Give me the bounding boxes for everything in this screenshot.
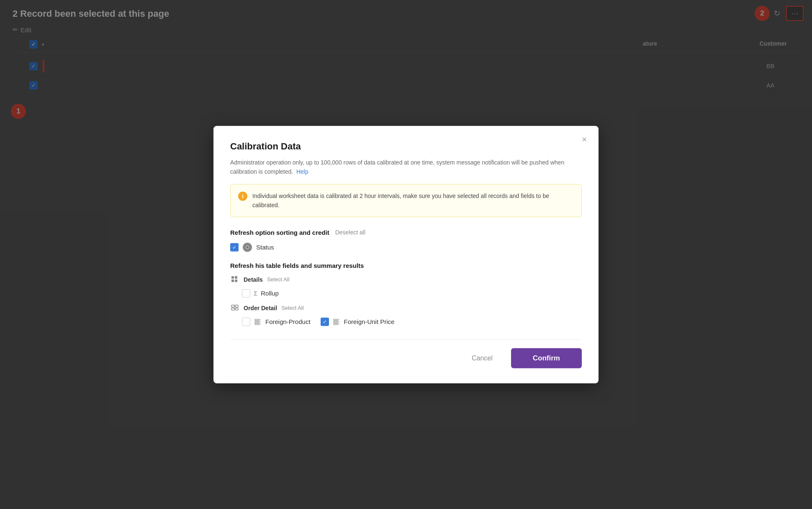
svg-rect-12	[255, 319, 259, 320]
foreign-unit-price-icon	[332, 317, 341, 326]
svg-rect-6	[231, 305, 234, 307]
svg-rect-22	[334, 323, 338, 324]
foreign-product-icon	[254, 317, 262, 326]
status-label: Status	[256, 244, 274, 251]
section2: Refresh his table fields and summary res…	[230, 262, 582, 326]
details-header: Details Select All	[230, 275, 582, 284]
svg-rect-4	[231, 279, 234, 282]
order-detail-header: Order Detail Select All	[230, 303, 582, 312]
foreign-product-label: Foreign-Product	[265, 318, 311, 325]
info-box: i Individual worksheet data is calibrate…	[230, 184, 582, 217]
rollup-checkbox[interactable]	[242, 289, 250, 297]
order-detail-title: Order Detail	[244, 304, 277, 311]
foreign-unit-price-label: Foreign-Unit Price	[344, 318, 395, 325]
link-icon	[230, 303, 239, 312]
rollup-field-item: Σ Rollup	[242, 289, 279, 297]
svg-rect-14	[255, 321, 259, 322]
sigma-icon: Σ	[254, 290, 257, 297]
status-circle-icon	[243, 242, 252, 252]
foreign-unit-price-field: ✓ Foreign-Unit Price	[321, 317, 395, 326]
grid-icon	[230, 275, 239, 284]
help-link[interactable]: Help	[296, 168, 308, 175]
close-button[interactable]: ×	[578, 134, 590, 145]
rollup-label: Rollup	[261, 290, 279, 297]
deselect-all-button[interactable]: Deselect all	[335, 229, 365, 236]
status-checkbox[interactable]: ✓	[230, 243, 239, 251]
foreign-product-checkbox[interactable]	[242, 317, 250, 326]
foreign-unit-price-checkbox[interactable]: ✓	[321, 317, 329, 326]
modal-footer: Cancel Confirm	[230, 339, 582, 368]
order-detail-subsection: Order Detail Select All	[230, 303, 582, 326]
confirm-button[interactable]: Confirm	[511, 348, 582, 368]
svg-rect-18	[334, 319, 338, 320]
svg-point-1	[247, 246, 248, 248]
svg-rect-7	[231, 308, 234, 310]
details-title: Details	[244, 276, 263, 283]
modal-title: Calibration Data	[230, 141, 582, 152]
details-subsection: Details Select All Σ Rollup	[230, 275, 582, 297]
svg-rect-2	[231, 276, 234, 278]
svg-rect-9	[235, 308, 238, 310]
cancel-button[interactable]: Cancel	[462, 350, 503, 366]
modal-description: Administrator operation only, up to 100,…	[230, 158, 582, 177]
info-icon: i	[238, 192, 247, 201]
svg-rect-16	[255, 323, 259, 324]
calibration-modal: × Calibration Data Administrator operati…	[213, 126, 599, 383]
details-fields: Σ Rollup	[242, 289, 582, 297]
svg-rect-5	[235, 279, 237, 282]
details-select-all[interactable]: Select All	[267, 276, 289, 283]
status-option-row: ✓ Status	[230, 242, 582, 252]
section1-title: Refresh option sorting and credit	[230, 229, 329, 236]
section2-title: Refresh his table fields and summary res…	[230, 262, 582, 269]
order-detail-fields: Foreign-Product ✓ Foreig	[242, 317, 582, 326]
section1-header: Refresh option sorting and credit Desele…	[230, 229, 582, 236]
order-detail-select-all[interactable]: Select All	[281, 305, 303, 311]
svg-rect-20	[334, 321, 338, 322]
info-text: Individual worksheet data is calibrated …	[252, 191, 574, 210]
svg-rect-3	[235, 276, 237, 278]
foreign-product-field: Foreign-Product	[242, 317, 311, 326]
svg-rect-8	[235, 305, 238, 307]
